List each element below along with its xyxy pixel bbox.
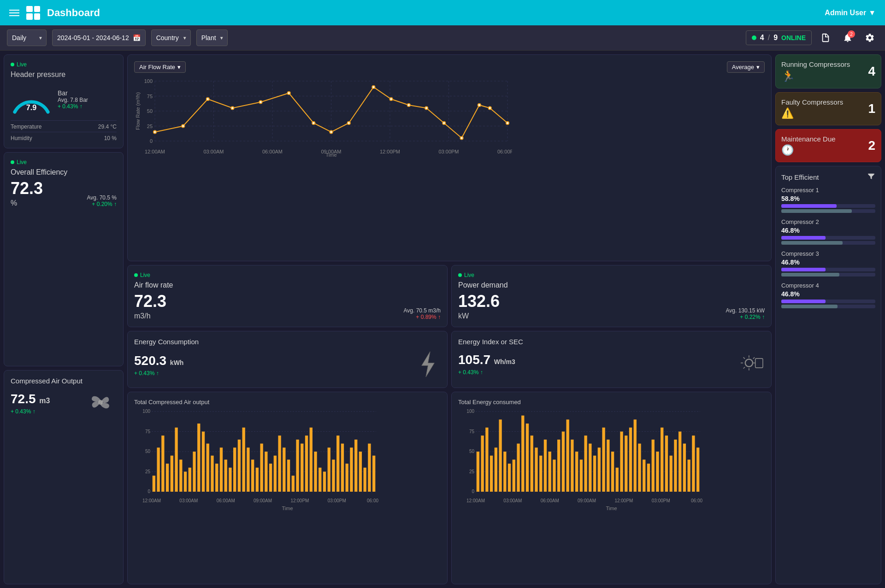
compressor-bar-bg [781, 268, 875, 271]
header-pressure-title: Header pressure [11, 71, 117, 79]
date-range-picker[interactable]: 2024-05-01 - 2024-06-12 📅 [52, 29, 146, 46]
top-efficient-title: Top Efficient [781, 173, 819, 181]
average-dropdown[interactable]: Average ▾ [727, 61, 765, 73]
airflow-stat-card: Live Air flow rate 72.3 m3/h Avg. 70.5 m… [127, 265, 448, 327]
compressor-name: Compressor 1 [781, 187, 875, 194]
compressor-bar-fill2 [781, 209, 852, 213]
faulty-label: Faulty Compressors [781, 98, 843, 106]
notification-badge: 2 [848, 30, 855, 38]
gauge-info: Bar Avg. 7.8 Bar + 0.43% ↑ [58, 89, 88, 110]
temperature-info: Temperature [11, 123, 41, 130]
compressor-item: Compressor 3 46.8% [781, 250, 875, 276]
energy-change: + 0.43% ↑ [134, 370, 183, 376]
running-count: 4 [868, 64, 875, 79]
air-output-change: + 0.43% ↑ [11, 408, 50, 415]
main-content: Live Header pressure 7.9 Bar Avg. 7.8 Ba… [0, 51, 885, 588]
plant-select[interactable]: Plant [196, 29, 228, 46]
online-dot [752, 35, 756, 40]
total-count: 9 [773, 34, 778, 42]
power-title: Power demand [458, 281, 765, 289]
efficiency-card: Live Overall Efficiency 72.3 % Avg. 70.5… [4, 152, 124, 366]
stats-row: Live Air flow rate 72.3 m3/h Avg. 70.5 m… [127, 265, 772, 327]
compressor-bar-bg2 [781, 273, 875, 276]
sec-unit: Wh/m3 [494, 358, 515, 365]
live-dot [11, 63, 14, 66]
gauge-svg: 7.9 [11, 83, 52, 116]
country-select-wrapper: Country [151, 29, 191, 46]
plant-select-wrapper: Plant [196, 29, 228, 46]
header-left: Dashboard [9, 6, 100, 20]
center-column: Air Flow Rate ▾ Average ▾ Live Air flow … [127, 54, 772, 584]
power-value: 132.6 [458, 292, 500, 311]
compressor-pct: 46.8% [781, 290, 875, 298]
svg-text:7.9: 7.9 [26, 103, 37, 112]
efficiency-change: + 0.20% ↑ [87, 201, 117, 207]
country-select[interactable]: Country [151, 29, 191, 46]
compressor-item: Compressor 1 58.8% [781, 187, 875, 213]
running-label: Running Compressors [781, 60, 850, 68]
maintenance-due-card: Maintenance Due 🕐 2 [775, 129, 881, 162]
chart-header: Air Flow Rate ▾ Average ▾ [134, 61, 765, 73]
maintenance-label: Maintenance Due [781, 135, 836, 143]
svg-line-11 [743, 367, 745, 368]
settings-icon[interactable] [861, 29, 878, 46]
document-icon[interactable] [817, 29, 834, 46]
air-output-title: Compressed Air Output [11, 377, 117, 385]
top-efficient-header: Top Efficient [781, 172, 875, 182]
fan-icon [84, 388, 117, 418]
toolbar-icons: 2 [817, 29, 878, 46]
energy-title: Energy Consumption [134, 338, 441, 346]
airflow-dropdown[interactable]: Air Flow Rate ▾ [134, 61, 186, 73]
sec-title: Energy Index or SEC [458, 338, 765, 346]
compressor-bar-bg [781, 300, 875, 303]
svg-marker-2 [422, 352, 435, 377]
logo-icon [26, 6, 40, 20]
air-output-unit: m3 [39, 397, 50, 405]
toolbar: Daily Weekly Monthly 2024-05-01 - 2024-0… [0, 25, 885, 51]
airflow-value: 72.3 [134, 292, 166, 311]
compressor-bar-fill [781, 204, 837, 208]
sec-value: 105.7 [458, 353, 490, 367]
compressor-bar-bg2 [781, 209, 875, 213]
notification-icon[interactable]: 2 [839, 29, 856, 46]
period-select-wrapper: Daily Weekly Monthly [7, 29, 47, 46]
compressor-bar-bg2 [781, 241, 875, 245]
compressor-pct: 58.8% [781, 195, 875, 202]
compressor-bar-bg2 [781, 305, 875, 308]
energy-consumed-title: Total Energy consumed [458, 399, 765, 406]
svg-rect-4 [755, 358, 763, 367]
admin-user-label: Admin User [825, 9, 866, 17]
power-unit: kW [458, 312, 500, 320]
app-title: Dashboard [47, 7, 100, 19]
compressor-bar-fill [781, 268, 826, 271]
air-output-chart-title: Total Compressed Air output [134, 399, 441, 406]
output-row: Energy Consumption 520.3 kWh + 0.43% ↑ [127, 331, 772, 388]
sec-change: + 0.43% ↑ [458, 369, 515, 376]
faulty-compressors-card: Faulty Compressors ⚠️ 1 [775, 92, 881, 125]
online-status-badge: 4 / 9 ONLINE [746, 30, 812, 45]
efficiency-avg: Avg. 70.5 % [87, 194, 117, 201]
running-icon: 🏃 [781, 70, 850, 82]
app-header: Dashboard Admin User ▼ [0, 0, 885, 25]
temperature-value: 29.4 °C [98, 123, 117, 130]
compressor-name: Compressor 3 [781, 250, 875, 257]
period-select[interactable]: Daily Weekly Monthly [7, 29, 47, 46]
menu-icon[interactable] [9, 10, 19, 16]
sun-energy-icon [735, 349, 765, 379]
airflow-chart-canvas [134, 76, 512, 157]
admin-user-menu[interactable]: Admin User ▼ [825, 9, 876, 17]
header-pressure-card: Live Header pressure 7.9 Bar Avg. 7.8 Ba… [4, 54, 124, 148]
compressor-item: Compressor 2 46.8% [781, 218, 875, 245]
online-count: 4 [760, 34, 764, 42]
energy-value: 520.3 [134, 353, 166, 368]
airflow-title: Air flow rate [134, 281, 441, 289]
gauge-unit: Bar [58, 89, 88, 97]
air-output-x-label: Time [134, 506, 441, 511]
airflow-unit: m3/h [134, 312, 166, 320]
energy-chart-canvas [458, 408, 702, 505]
filter-icon[interactable] [867, 172, 875, 182]
faulty-count: 1 [868, 101, 875, 116]
airflow-avg: Avg. 70.5 m3/h [404, 307, 441, 314]
calendar-icon: 📅 [133, 34, 141, 41]
compressor-list: Compressor 1 58.8% Compressor 2 46.8% Co… [781, 187, 875, 308]
